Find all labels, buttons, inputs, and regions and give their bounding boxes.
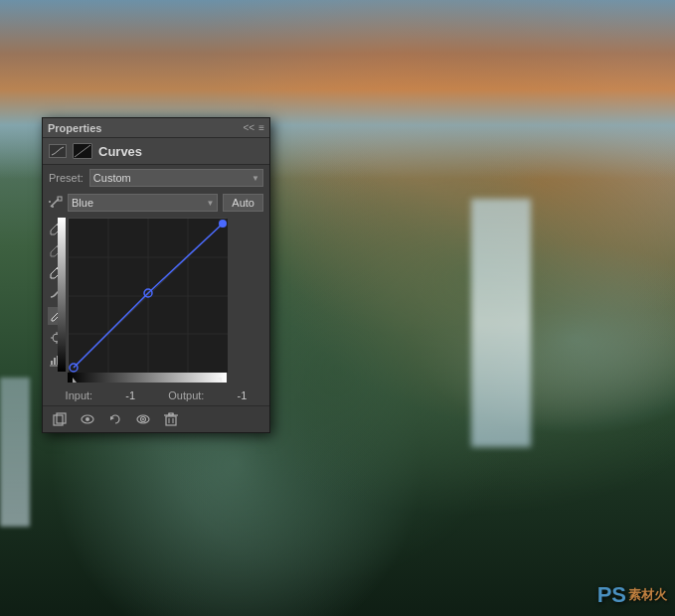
ps-site: 素材火 [628,586,667,604]
output-label: Output: [168,389,204,401]
auto-button[interactable]: Auto [223,194,263,212]
svg-rect-36 [58,218,66,372]
curves-header: Curves [43,138,269,165]
output-value: -1 [238,389,248,401]
svg-rect-33 [68,373,227,383]
delete-button[interactable] [162,410,180,428]
collapse-button[interactable]: << [243,122,254,133]
copy-adjustment-button[interactable] [51,410,69,428]
eye-button[interactable] [134,410,152,428]
waterfall-left [0,378,30,527]
preset-row: Preset: Custom ▼ [43,165,269,191]
input-gradient-bar [68,373,227,383]
channel-value: Blue [72,197,93,209]
bottom-toolbar [43,405,269,432]
channel-dropdown[interactable]: Blue ▼ [68,194,218,212]
output-gradient-bar [58,218,66,372]
svg-rect-18 [54,358,56,365]
svg-rect-45 [166,416,176,425]
ps-logo: PS [597,582,626,608]
curves-preview [73,143,92,159]
curves-graph[interactable] [68,218,227,372]
ps-branding: PS 素材火 [597,582,667,608]
panel-titlebar: Properties << ≡ [43,118,269,138]
io-row: Input: -1 Output: -1 [43,385,269,405]
svg-point-44 [142,418,144,420]
svg-rect-49 [169,413,173,415]
reset-button[interactable] [106,410,124,428]
svg-point-40 [85,417,89,421]
preset-label: Preset: [49,172,84,184]
curves-area [43,215,269,385]
channel-dropdown-arrow: ▼ [206,199,214,208]
input-value: -1 [125,389,135,401]
visibility-button[interactable] [79,410,96,428]
menu-button[interactable]: ≡ [258,122,264,133]
channel-row: Blue ▼ Auto [43,191,269,215]
preset-dropdown[interactable]: Custom ▼ [89,169,263,187]
preset-dropdown-arrow: ▼ [252,174,259,183]
panel-title: Properties [48,122,101,134]
input-label: Input: [66,389,93,401]
wand-icon[interactable] [49,195,63,212]
properties-panel: Properties << ≡ Curves Preset: Custom ▼ [42,117,270,433]
curves-adjustment-icon [49,144,67,158]
curves-title: Curves [98,144,142,159]
waterfall-right [471,199,531,447]
svg-point-32 [219,220,227,228]
graph-container[interactable] [68,218,263,383]
panel-controls: << ≡ [243,122,264,133]
preset-value: Custom [93,172,131,184]
svg-rect-17 [51,361,53,365]
